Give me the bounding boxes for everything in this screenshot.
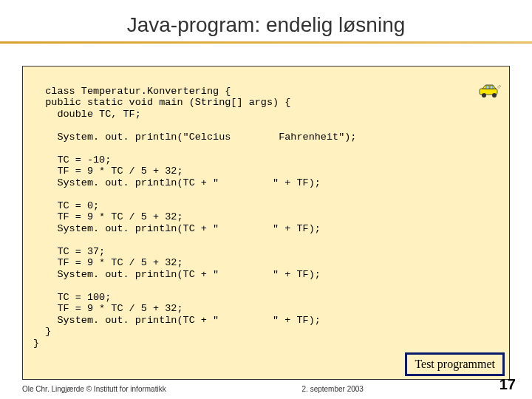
code-text: class Temperatur.Konvertering { public s… bbox=[33, 86, 356, 349]
test-program-button[interactable]: Test programmet bbox=[405, 352, 505, 376]
title-underline bbox=[0, 41, 532, 44]
svg-rect-1 bbox=[486, 86, 489, 89]
svg-point-4 bbox=[492, 93, 497, 98]
svg-point-3 bbox=[482, 93, 486, 98]
slide-title: Java-program: endelig løsning bbox=[0, 0, 532, 41]
code-block: class Temperatur.Konvertering { public s… bbox=[22, 66, 510, 380]
page-number: 17 bbox=[499, 376, 516, 393]
svg-rect-2 bbox=[490, 86, 493, 89]
footer-author: Ole Chr. Lingjærde © Institutt for infor… bbox=[22, 385, 166, 393]
footer-date: 2. september 2003 bbox=[302, 385, 364, 393]
footer: Ole Chr. Lingjærde © Institutt for infor… bbox=[0, 376, 532, 393]
car-icon bbox=[453, 71, 503, 114]
